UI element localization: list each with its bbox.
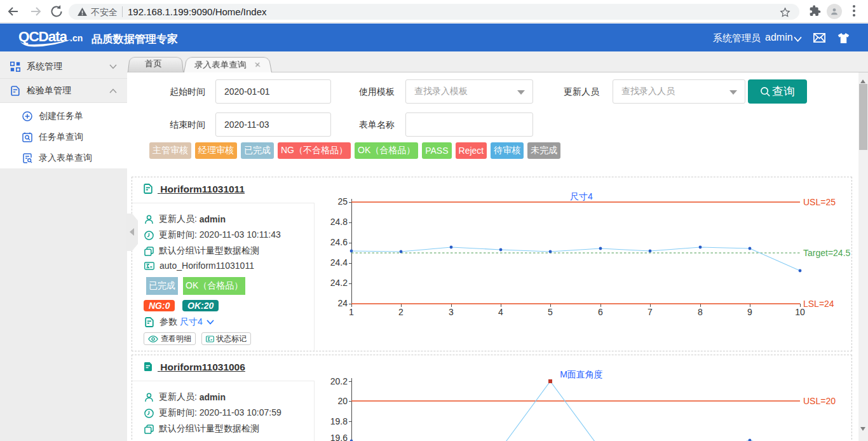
svg-text:20: 20 [337, 396, 348, 406]
svg-text:4: 4 [498, 307, 503, 317]
svg-text:2: 2 [398, 307, 403, 317]
svg-text:25: 25 [337, 196, 348, 207]
svg-text:5: 5 [548, 307, 553, 317]
svg-text:1: 1 [349, 307, 354, 317]
svg-text:24.2: 24.2 [330, 278, 348, 288]
svg-text:LSL=24: LSL=24 [803, 299, 834, 309]
svg-text:M面直角度: M面直角度 [560, 369, 603, 379]
svg-text:24.8: 24.8 [330, 217, 348, 227]
svg-text:尺寸4: 尺寸4 [570, 191, 593, 201]
svg-text:USL=25: USL=25 [803, 197, 836, 207]
svg-text:7: 7 [648, 307, 653, 317]
svg-text:.cn: .cn [70, 33, 83, 43]
svg-text:24.6: 24.6 [330, 237, 348, 247]
svg-text:19.8: 19.8 [330, 416, 348, 426]
svg-text:Target=24.5: Target=24.5 [803, 248, 851, 258]
svg-text:20.2: 20.2 [330, 376, 348, 386]
svg-text:USL=20: USL=20 [803, 396, 836, 406]
svg-text:6: 6 [598, 307, 603, 317]
svg-text:24.4: 24.4 [330, 257, 348, 268]
svg-text:9: 9 [747, 307, 752, 317]
svg-text:24: 24 [337, 298, 348, 308]
svg-text:19.6: 19.6 [330, 433, 348, 441]
svg-text:8: 8 [698, 307, 703, 317]
svg-text:10: 10 [795, 307, 805, 317]
svg-text:3: 3 [449, 307, 454, 317]
